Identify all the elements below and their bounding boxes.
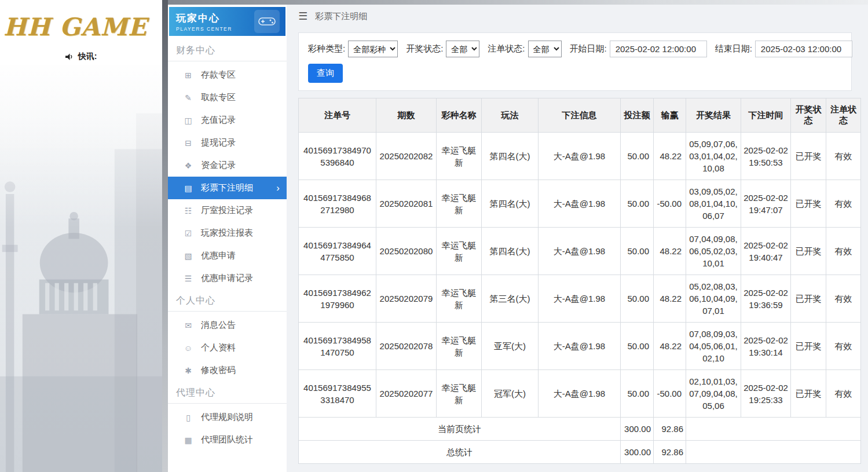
withdraw-icon: ✎ (183, 93, 193, 103)
draw-result-cell: 07,08,09,03,04,05,06,01,02,10 (686, 323, 741, 370)
draw-status-cell: 已开奖 (791, 228, 826, 275)
bet-time-cell: 2025-02-02 19:50:53 (741, 133, 791, 180)
lottery-name-cell: 幸运飞艇新 (437, 370, 482, 418)
bet-info-cell: 大-A盘@1.98 (539, 370, 621, 418)
sidebar-item-agent-team-stats[interactable]: ▦代理团队统计 (168, 429, 287, 451)
bell-icon: ✉ (183, 321, 193, 330)
sidebar-item-label: 彩票下注明细 (201, 182, 253, 193)
draw-status-cell: 已开奖 (791, 275, 826, 323)
sidebar-item-label: 充值记录 (201, 115, 236, 126)
hall-bet-records-icon: ☷ (183, 206, 193, 215)
bet-time-cell: 2025-02-02 19:30:14 (741, 323, 791, 370)
column-header-draw-status: 开奖状态 (791, 98, 826, 133)
draw-status-label: 开奖状态: (406, 43, 443, 54)
order-status-cell: 有效 (826, 228, 861, 275)
column-header-lottery-name: 彩种名称 (437, 98, 482, 133)
sidebar-item-change-password[interactable]: ✱修改密码 (168, 359, 287, 382)
bet-id-cell: 401569173849682712980 (299, 180, 376, 228)
ticker-label: 快讯: (78, 52, 97, 62)
summary-win-loss: 92.86 (654, 441, 686, 464)
lottery-type-label: 彩种类型: (308, 43, 345, 54)
column-header-play-type: 玩法 (482, 98, 539, 133)
draw-status-cell: 已开奖 (791, 133, 826, 180)
promo-apply-records-icon: ☰ (183, 274, 193, 283)
sidebar-header: 玩家中心 PLAYERS CENTER (169, 7, 285, 36)
bet-time-cell: 2025-02-02 19:40:47 (741, 228, 791, 275)
win-loss-cell: 48.22 (654, 133, 686, 180)
summary-label: 当前页统计 (299, 418, 621, 441)
win-loss-cell: 48.22 (654, 275, 686, 323)
bet-amount-cell: 50.00 (621, 133, 654, 180)
app-root: HH GAME 快讯: (0, 0, 868, 472)
bet-amount-cell: 50.00 (621, 323, 654, 370)
summary-empty-cell (686, 418, 861, 441)
summary-empty-cell (686, 441, 861, 464)
funds-records-icon: ❖ (183, 161, 193, 170)
deposit-icon: ⊞ (183, 71, 193, 80)
sidebar-item-label: 优惠申请记录 (201, 273, 253, 284)
user-icon: ☺ (183, 343, 193, 353)
bets-table-card: 注单号期数彩种名称玩法下注信息投注额输赢开奖结果下注时间开奖状态注单状态 401… (298, 98, 852, 464)
sidebar-item-recharge-records[interactable]: ◫充值记录 (168, 109, 287, 131)
win-loss-cell: -50.00 (654, 180, 686, 228)
lottery-type-select[interactable]: 全部彩种 (348, 41, 398, 57)
bet-amount-cell: 50.00 (621, 275, 654, 323)
lottery-name-cell: 幸运飞艇新 (437, 323, 482, 370)
sidebar-item-hall-bet-records[interactable]: ☷厅室投注记录 (168, 199, 287, 222)
end-date-input[interactable] (755, 41, 852, 57)
start-date-label: 开始日期: (570, 43, 607, 54)
sidebar-item-player-bet-report[interactable]: ☑玩家投注报表 (168, 222, 287, 244)
issue-cell: 20250202077 (376, 370, 437, 418)
order-status-select[interactable]: 全部 (528, 41, 562, 57)
section-heading: 财务中心 (168, 39, 287, 61)
pane-divider (162, 0, 168, 472)
lottery-name-cell: 幸运飞艇新 (437, 275, 482, 323)
bet-id-cell: 401569173849553318470 (299, 370, 376, 418)
play-type-cell: 第三名(大) (482, 275, 539, 323)
sidebar-title: 玩家中心 (176, 12, 232, 25)
sidebar-item-withdraw-zone[interactable]: ✎取款专区 (168, 86, 287, 109)
bet-amount-cell: 50.00 (621, 370, 654, 418)
draw-result-cell: 03,09,05,02,08,01,04,10,06,07 (686, 180, 741, 228)
topbar: ☰ 彩票下注明细 (298, 0, 852, 32)
player-bet-report-icon: ☑ (183, 229, 193, 238)
bet-time-cell: 2025-02-02 19:25:33 (741, 370, 791, 418)
draw-status-cell: 已开奖 (791, 370, 826, 418)
query-button[interactable]: 查询 (308, 64, 343, 83)
bets-table: 注单号期数彩种名称玩法下注信息投注额输赢开奖结果下注时间开奖状态注单状态 401… (298, 98, 861, 464)
summary-bet-amount: 300.00 (621, 418, 654, 441)
summary-bet-amount: 300.00 (621, 441, 654, 464)
sidebar-item-profile[interactable]: ☺个人资料 (168, 336, 287, 359)
page-title: 彩票下注明细 (315, 11, 367, 22)
sidebar-item-announcements[interactable]: ✉消息公告 (168, 314, 287, 336)
sidebar: 玩家中心 PLAYERS CENTER 财务中心⊞存款专区✎取款专区◫充值记录⊟… (168, 0, 287, 472)
filter-row: 彩种类型: 全部彩种 开奖状态: 全部 注单状态: 全部 开始日期: 结束日期: (308, 41, 842, 57)
draw-result-cell: 07,04,09,08,06,05,02,03,10,01 (686, 228, 741, 275)
sidebar-item-withdrawal-records[interactable]: ⊟提现记录 (168, 131, 287, 154)
draw-status-select[interactable]: 全部 (446, 41, 479, 57)
sidebar-item-promo-apply-records[interactable]: ☰优惠申请记录 (168, 267, 287, 290)
draw-status-cell: 已开奖 (791, 323, 826, 370)
bet-amount-cell: 50.00 (621, 180, 654, 228)
sidebar-item-funds-records[interactable]: ❖资金记录 (168, 154, 287, 177)
sidebar-item-label: 取款专区 (201, 92, 236, 103)
lottery-name-cell: 幸运飞艇新 (437, 180, 482, 228)
sidebar-item-label: 存款专区 (201, 69, 236, 81)
order-status-cell: 有效 (826, 323, 861, 370)
main-content: ☰ 彩票下注明细 彩种类型: 全部彩种 开奖状态: 全部 注单状态: 全部 (287, 0, 868, 472)
sidebar-item-promo-apply[interactable]: ▧优惠申请 (168, 244, 287, 267)
start-date-input[interactable] (610, 41, 707, 57)
sidebar-item-label: 厅室投注记录 (201, 205, 253, 216)
sidebar-item-lottery-bet-details[interactable]: ▤彩票下注明细› (168, 177, 287, 199)
sidebar-item-deposit-zone[interactable]: ⊞存款专区 (168, 64, 287, 86)
gear-icon: ✱ (183, 366, 193, 375)
sidebar-nav: 财务中心⊞存款专区✎取款专区◫充值记录⊟提现记录❖资金记录▤彩票下注明细›☷厅室… (168, 39, 287, 451)
table-row: 40156917384964477585020250202080幸运飞艇新第四名… (299, 228, 861, 275)
play-type-cell: 第四名(大) (482, 180, 539, 228)
menu-icon[interactable]: ☰ (298, 10, 307, 23)
sidebar-item-agent-rules[interactable]: ▯代理规则说明 (168, 406, 287, 429)
column-header-bet-amount: 投注额 (621, 98, 654, 133)
column-header-bet-time: 下注时间 (741, 98, 791, 133)
sidebar-item-label: 个人资料 (201, 342, 236, 353)
sidebar-item-label: 消息公告 (201, 320, 236, 331)
